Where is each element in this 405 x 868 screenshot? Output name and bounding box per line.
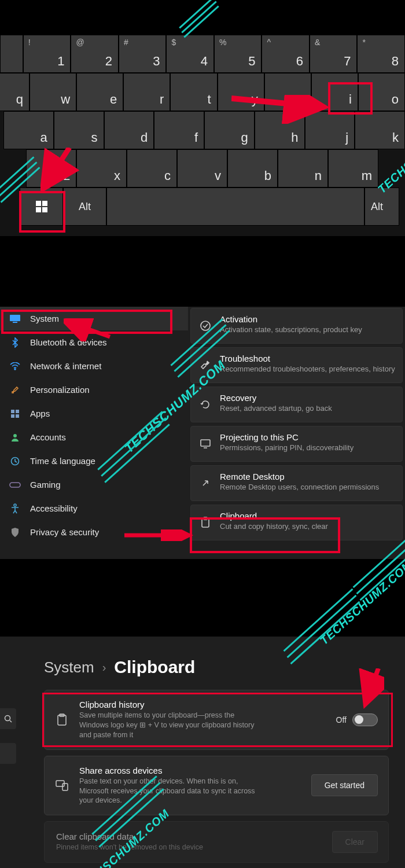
key-alt-left[interactable]: Alt	[63, 187, 106, 226]
nav-label: Accessibility	[30, 503, 78, 513]
key-y[interactable]: y	[218, 73, 264, 111]
key-h[interactable]: h	[255, 111, 305, 149]
nav-label: Network & internet	[30, 361, 101, 371]
shield-icon	[9, 527, 21, 538]
key-d[interactable]: d	[104, 111, 154, 149]
svg-rect-9	[11, 414, 14, 418]
option-subtitle: Cut and copy history, sync, clear	[220, 522, 395, 531]
svg-point-15	[201, 321, 210, 330]
settings-sidebar: SystemBluetooth & devicesNetwork & inter…	[0, 307, 188, 559]
remote-icon	[199, 477, 212, 490]
key-r[interactable]: r	[123, 73, 170, 111]
nav-item-privacy-security[interactable]: Privacy & security	[0, 520, 188, 544]
key-q[interactable]: q	[0, 73, 30, 111]
key-g[interactable]: g	[204, 111, 255, 149]
key-m[interactable]: m	[328, 149, 378, 187]
keyboard-bottom-row: Alt Alt	[0, 187, 405, 226]
option-title: Troubleshoot	[220, 354, 395, 363]
key-n[interactable]: n	[278, 149, 328, 187]
breadcrumb: System › Clipboard	[8, 637, 397, 690]
clear-title: Clear clipboard data	[56, 832, 325, 841]
nav-item-accessibility[interactable]: Accessibility	[0, 496, 188, 520]
key-8[interactable]: *8	[357, 35, 405, 73]
option-title: Projecting to this PC	[220, 432, 395, 442]
nav-label: Time & language	[30, 456, 95, 466]
nav-item-bluetooth-devices[interactable]: Bluetooth & devices	[0, 330, 188, 354]
key-3[interactable]: #3	[119, 35, 167, 73]
key-c[interactable]: c	[127, 149, 177, 187]
option-projecting-to-this-pc[interactable]: Projecting to this PCPermissions, pairin…	[190, 426, 403, 462]
nav-item-network-internet[interactable]: Network & internet	[0, 354, 188, 378]
key-6[interactable]: ^6	[262, 35, 310, 73]
key-v[interactable]: v	[177, 149, 227, 187]
clock-icon	[9, 455, 21, 467]
sidebar-stub[interactable]	[0, 743, 16, 764]
key-w[interactable]: w	[30, 73, 76, 111]
key-x[interactable]: x	[76, 149, 127, 187]
option-troubleshoot[interactable]: TroubleshootRecommended troubleshooters,…	[190, 347, 403, 383]
key-z[interactable]: z	[26, 149, 76, 187]
key-e[interactable]: e	[76, 73, 123, 111]
option-title: Clipboard	[220, 511, 395, 521]
svg-rect-13	[10, 483, 20, 487]
keyboard-row-qwerty: qwertyuio	[0, 73, 405, 111]
key-4[interactable]: $4	[166, 35, 214, 73]
key-k[interactable]: k	[355, 111, 405, 149]
nav-item-apps[interactable]: Apps	[0, 402, 188, 425]
search-icon[interactable]	[0, 708, 16, 729]
key-backtick[interactable]	[0, 35, 23, 73]
get-started-button[interactable]: Get started	[311, 774, 378, 796]
access-icon	[9, 503, 21, 514]
svg-rect-4	[10, 315, 20, 321]
key-i[interactable]: i	[311, 73, 358, 111]
nav-label: Accounts	[30, 432, 66, 442]
svg-point-27	[5, 716, 10, 721]
key-b[interactable]: b	[227, 149, 278, 187]
share-desc: Paste text on your other devices. When t…	[79, 777, 264, 806]
option-title: Activation	[220, 314, 395, 324]
clip-icon	[199, 516, 212, 529]
key-windows[interactable]	[20, 187, 63, 226]
option-recovery[interactable]: RecoveryReset, advanced startup, go back	[190, 387, 403, 422]
nav-item-personalization[interactable]: Personalization	[0, 378, 188, 402]
card-clipboard-history[interactable]: Clipboard history Save multiple items to…	[44, 690, 389, 750]
nav-item-time-language[interactable]: Time & language	[0, 449, 188, 473]
option-clipboard[interactable]: ClipboardCut and copy history, sync, cle…	[190, 505, 403, 540]
key-t[interactable]: t	[170, 73, 217, 111]
svg-rect-26	[62, 784, 68, 790]
clear-button[interactable]: Clear	[332, 831, 378, 853]
key-1[interactable]: !1	[23, 35, 71, 73]
nav-item-gaming[interactable]: Gaming	[0, 473, 188, 496]
key-7[interactable]: &7	[310, 35, 358, 73]
key-space[interactable]	[106, 187, 365, 226]
card-share-across-devices[interactable]: Share across devices Paste text on your …	[44, 756, 389, 816]
option-subtitle: Remote Desktop users, connection permiss…	[220, 483, 395, 492]
key-j[interactable]: j	[305, 111, 355, 149]
key-a[interactable]: a	[3, 111, 54, 149]
nav-label: Personalization	[30, 385, 90, 395]
chevron-right-icon: ›	[102, 661, 106, 674]
key-5[interactable]: %5	[214, 35, 262, 73]
option-subtitle: Recommended troubleshooters, preferences…	[220, 365, 395, 374]
card-clear-clipboard[interactable]: Clear clipboard data Pinned items won't …	[44, 821, 389, 863]
key-s[interactable]: s	[54, 111, 104, 149]
windows-logo-icon	[36, 201, 47, 212]
nav-label: Privacy & security	[30, 527, 99, 537]
devices-sync-icon	[55, 778, 69, 792]
key-alt-right[interactable]: Alt	[365, 187, 399, 226]
share-title: Share across devices	[79, 766, 304, 775]
key-u[interactable]: u	[264, 73, 311, 111]
option-remote-desktop[interactable]: Remote DesktopRemote Desktop users, conn…	[190, 465, 403, 501]
brush-icon	[9, 384, 21, 396]
key-f[interactable]: f	[154, 111, 204, 149]
option-activation[interactable]: ActivationActivation state, subscription…	[190, 308, 403, 344]
nav-item-accounts[interactable]: Accounts	[0, 425, 188, 449]
key-2[interactable]: @2	[71, 35, 119, 73]
key-o[interactable]: o	[358, 73, 405, 111]
keyboard-number-row: !1@2#3$4%5^6&7*8	[0, 35, 405, 73]
breadcrumb-system[interactable]: System	[44, 659, 94, 676]
nav-item-system[interactable]: System	[0, 307, 188, 330]
clipboard-history-toggle[interactable]	[352, 713, 378, 726]
keyboard-row-asdf: asdfghjk	[3, 111, 405, 149]
clipboard-icon	[55, 713, 69, 727]
